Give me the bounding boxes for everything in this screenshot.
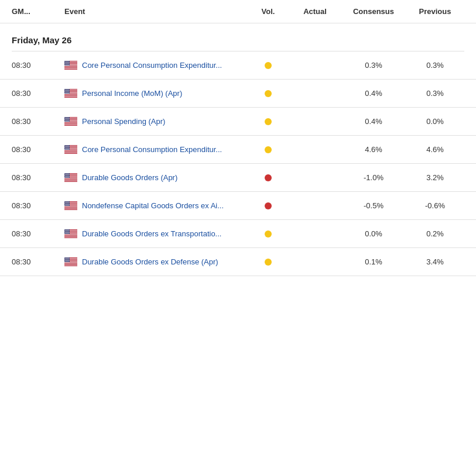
svg-point-51 <box>68 89 69 90</box>
cell-previous: 0.3% <box>406 61 464 70</box>
svg-point-22 <box>64 63 65 63</box>
svg-point-20 <box>67 62 68 63</box>
svg-point-165 <box>69 176 69 177</box>
svg-point-223 <box>66 230 67 231</box>
event-name[interactable]: Durable Goods Orders ex Defense (Apr) <box>82 257 218 266</box>
cell-vol <box>248 146 289 153</box>
event-name[interactable]: Durable Goods Orders ex Transportatio... <box>82 229 221 238</box>
cell-time: 08:30 <box>12 201 64 210</box>
cell-vol <box>248 202 289 209</box>
cell-event: Nondefense Capital Goods Orders ex Ai... <box>64 201 248 210</box>
svg-point-271 <box>68 261 69 261</box>
svg-point-129 <box>66 148 67 149</box>
svg-point-66 <box>67 92 67 93</box>
cell-time: 08:30 <box>12 145 64 154</box>
svg-rect-246 <box>64 263 77 263</box>
svg-point-158 <box>64 175 65 176</box>
svg-point-184 <box>64 201 65 202</box>
svg-rect-78 <box>64 124 77 125</box>
svg-point-196 <box>65 204 66 205</box>
table-row[interactable]: 08:30 <box>0 220 476 248</box>
svg-point-19 <box>66 62 67 63</box>
svg-rect-146 <box>64 180 77 181</box>
event-name[interactable]: Personal Spending (Apr) <box>82 117 165 126</box>
cell-previous: 0.3% <box>406 89 464 98</box>
svg-point-236 <box>67 233 67 233</box>
svg-point-15 <box>66 61 66 61</box>
table-row[interactable]: 08:30 <box>0 164 476 192</box>
svg-rect-112 <box>64 152 77 153</box>
svg-point-233 <box>69 232 69 233</box>
svg-point-260 <box>64 259 65 260</box>
svg-point-257 <box>66 259 67 259</box>
event-name[interactable]: Durable Goods Orders (Apr) <box>82 173 177 182</box>
svg-rect-180 <box>64 208 77 209</box>
svg-point-97 <box>69 120 69 121</box>
svg-point-84 <box>67 117 67 118</box>
event-name[interactable]: Core Personal Consumption Expenditur... <box>82 61 222 70</box>
cell-previous: 4.6% <box>406 145 464 154</box>
event-name[interactable]: Nondefense Capital Goods Orders ex Ai... <box>82 201 224 210</box>
svg-point-203 <box>68 205 69 205</box>
svg-point-91 <box>66 119 66 119</box>
svg-point-198 <box>67 204 68 205</box>
svg-point-25 <box>68 63 69 63</box>
svg-rect-46 <box>64 97 77 98</box>
table-row[interactable]: 08:30 <box>0 51 476 80</box>
svg-rect-179 <box>64 207 77 208</box>
svg-point-161 <box>68 175 69 176</box>
table-row[interactable]: 08:30 <box>0 248 476 276</box>
svg-rect-76 <box>64 122 77 123</box>
svg-point-224 <box>67 230 68 231</box>
svg-point-218 <box>64 229 65 230</box>
svg-rect-43 <box>64 95 77 95</box>
svg-rect-250 <box>64 266 77 266</box>
svg-point-222 <box>65 230 66 231</box>
cell-event: Core Personal Consumption Expenditur... <box>64 145 248 154</box>
svg-point-160 <box>67 175 67 176</box>
table-row[interactable]: 08:30 <box>0 192 476 220</box>
svg-point-123 <box>69 146 69 147</box>
svg-point-228 <box>67 231 67 232</box>
svg-point-57 <box>66 91 66 91</box>
svg-rect-44 <box>64 96 77 97</box>
us-flag-icon <box>64 117 77 126</box>
svg-point-185 <box>66 201 66 202</box>
svg-point-226 <box>64 231 65 232</box>
svg-point-189 <box>66 202 67 203</box>
cell-event: Personal Income (MoM) (Apr) <box>64 89 248 98</box>
us-flag-icon <box>64 257 77 266</box>
cell-event: Core Personal Consumption Expenditur... <box>64 61 248 70</box>
cell-time: 08:30 <box>12 257 64 266</box>
svg-point-261 <box>66 259 66 260</box>
svg-point-18 <box>65 62 66 63</box>
svg-point-134 <box>67 149 67 149</box>
svg-point-263 <box>68 259 69 260</box>
svg-point-82 <box>64 117 65 118</box>
event-name[interactable]: Core Personal Consumption Expenditur... <box>82 145 222 154</box>
svg-point-156 <box>67 174 68 175</box>
svg-rect-147 <box>64 181 77 181</box>
economic-calendar-table: GM... Event Vol. Actual Consensus Previo… <box>0 0 476 276</box>
cell-previous: -0.6% <box>406 201 464 210</box>
svg-point-32 <box>67 64 67 65</box>
date-section: Friday, May 26 <box>0 23 476 51</box>
cell-consensus: -0.5% <box>341 201 406 210</box>
svg-point-269 <box>66 261 66 261</box>
svg-point-264 <box>65 260 66 261</box>
svg-point-30 <box>64 64 65 65</box>
table-row[interactable]: 08:30 <box>0 108 476 136</box>
us-flag-icon <box>64 229 77 238</box>
table-row[interactable]: 08:30 <box>0 136 476 164</box>
svg-point-120 <box>65 146 66 147</box>
svg-point-132 <box>64 149 65 149</box>
svg-point-166 <box>64 177 65 177</box>
svg-point-162 <box>65 176 66 177</box>
cell-event: Personal Spending (Apr) <box>64 117 248 126</box>
svg-point-188 <box>65 202 66 203</box>
svg-point-59 <box>68 91 69 91</box>
svg-point-187 <box>68 201 69 202</box>
svg-point-220 <box>67 229 67 230</box>
event-name[interactable]: Personal Income (MoM) (Apr) <box>82 89 182 98</box>
table-row[interactable]: 08:30 <box>0 80 476 108</box>
